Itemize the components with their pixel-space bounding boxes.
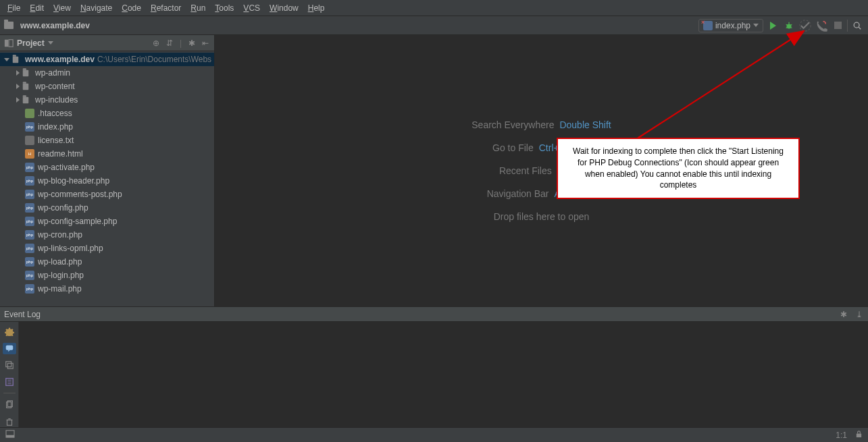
php-file-icon: php (25, 230, 34, 240)
collapse-all-icon[interactable]: ⇵ (165, 38, 174, 48)
tree-row[interactable]: phpindex.php (0, 120, 214, 134)
svg-line-4 (786, 27, 788, 28)
phone-listen-icon (815, 19, 828, 32)
menubar: FileEditViewNavigateCodeRefactorRunTools… (0, 0, 868, 16)
mark-read-tool[interactable] (3, 360, 16, 371)
caret-position[interactable]: 1:1 (836, 431, 847, 440)
tree-row[interactable]: wp-content (0, 80, 214, 93)
svg-rect-12 (5, 362, 11, 367)
tree-row[interactable]: phpwp-config-sample.php (0, 215, 214, 228)
tree-row[interactable]: wp-includes (0, 93, 214, 107)
menu-tools[interactable]: Tools (210, 1, 238, 15)
menu-view[interactable]: View (49, 1, 76, 15)
folder-icon (23, 70, 29, 76)
php-file-icon: php (25, 217, 34, 226)
hide-icon[interactable]: ⤓ (854, 310, 864, 319)
tree-row[interactable]: Hreadme.html (0, 147, 214, 161)
tree-row[interactable]: phpwp-comments-post.php (0, 188, 214, 201)
breadcrumb[interactable]: www.example.dev (20, 21, 90, 30)
tree-row[interactable]: license.txt (0, 134, 214, 147)
menu-window[interactable]: Window (265, 1, 303, 15)
menu-code[interactable]: Code (117, 1, 146, 15)
hint-label: Recent Files (499, 165, 552, 176)
svg-point-7 (854, 22, 859, 28)
stop-icon (834, 22, 842, 29)
hide-icon[interactable]: ⇤ (201, 38, 210, 48)
tree-row[interactable]: .htaccess (0, 107, 214, 120)
tree-row[interactable]: phpwp-config.php (0, 201, 214, 215)
menu-refactor[interactable]: Refactor (146, 1, 186, 15)
annotation-text: Wait for indexing to complete then click… (573, 146, 784, 190)
folder-icon (23, 83, 29, 89)
menu-vcs[interactable]: VCS (238, 1, 265, 15)
tree-row[interactable]: phpwp-load.php (0, 255, 214, 269)
settings-tool[interactable] (3, 326, 16, 337)
search-everywhere-button[interactable] (850, 19, 864, 32)
text-file-icon (25, 136, 34, 145)
balloon-tool[interactable] (3, 343, 16, 354)
debug-button[interactable] (782, 19, 796, 32)
tree-row[interactable]: phpwp-activate.php (0, 161, 214, 174)
event-log-title[interactable]: Event Log (4, 310, 41, 319)
project-tree[interactable]: www.example.devC:\Users\Erin\Documents\W… (0, 51, 214, 306)
tree-row[interactable]: phpwp-blog-header.php (0, 174, 214, 188)
tree-expand-arrow[interactable] (4, 58, 9, 61)
menu-edit[interactable]: Edit (25, 1, 49, 15)
tree-expand-arrow[interactable] (16, 97, 20, 103)
panel-title[interactable]: Project (17, 38, 45, 48)
tree-row[interactable]: wp-admin (0, 66, 214, 80)
tree-row[interactable]: phpwp-links-opml.php (0, 242, 214, 255)
tree-label: .htaccess (38, 109, 72, 118)
coverage-button[interactable] (798, 19, 812, 32)
tree-label: wp-activate.php (38, 163, 95, 172)
project-panel-header: Project ⊕ ⇵ | ✱ ⇤ (0, 35, 214, 51)
hint-label: Go to File (492, 142, 534, 153)
stop-button[interactable] (831, 19, 844, 32)
svg-rect-25 (857, 433, 861, 437)
scroll-from-source-icon[interactable]: ⊕ (151, 38, 161, 48)
php-file-icon: php (25, 284, 34, 294)
play-icon (770, 22, 776, 30)
tree-row[interactable]: www.example.devC:\Users\Erin\Documents\W… (0, 53, 214, 66)
tree-row[interactable]: phpwp-login.php (0, 269, 214, 282)
tree-expand-arrow[interactable] (16, 84, 20, 89)
htaccess-file-icon (25, 109, 34, 118)
trash-tool[interactable] (3, 416, 16, 427)
tree-label: wp-cron.php (38, 230, 82, 240)
gear-icon[interactable]: ✱ (839, 310, 848, 319)
hint-label: Search Everywhere (471, 119, 554, 130)
event-log-content[interactable] (19, 322, 868, 427)
php-file-icon: php (25, 190, 34, 199)
menu-file[interactable]: File (3, 1, 25, 15)
svg-point-0 (787, 24, 792, 28)
menu-run[interactable]: Run (186, 1, 210, 15)
editor-hint: Search EverywhereDouble Shift (471, 119, 611, 130)
tree-row[interactable]: phpwp-cron.php (0, 228, 214, 242)
php-run-icon (703, 21, 713, 30)
tree-expand-arrow[interactable] (16, 70, 20, 76)
svg-rect-20 (7, 420, 11, 425)
status-toggle[interactable] (5, 430, 15, 440)
tree-label: wp-includes (35, 95, 78, 105)
event-log-toolbar (0, 322, 19, 427)
svg-rect-10 (9, 39, 13, 47)
menu-help[interactable]: Help (303, 1, 330, 15)
status-bar: 1:1 (0, 427, 868, 442)
gear-icon[interactable]: ✱ (187, 38, 197, 48)
svg-rect-9 (5, 39, 8, 47)
lock-icon[interactable] (855, 431, 863, 440)
svg-line-3 (791, 24, 792, 25)
menu-navigate[interactable]: Navigate (76, 1, 117, 15)
filter-tool[interactable] (3, 377, 16, 388)
run-config-selector[interactable]: index.php (698, 19, 763, 32)
tree-row[interactable]: phpwp-mail.php (0, 282, 214, 296)
tree-label: wp-blog-header.php (38, 176, 109, 186)
run-button[interactable] (766, 19, 780, 32)
tree-label: wp-config-sample.php (38, 217, 117, 226)
listen-debug-button[interactable] (815, 19, 828, 32)
svg-line-8 (859, 27, 861, 29)
chevron-down-icon[interactable] (48, 41, 53, 45)
editor-hint: Drop files here to open (494, 211, 590, 222)
copy-tool[interactable] (3, 399, 16, 410)
tree-label: wp-content (35, 82, 75, 91)
